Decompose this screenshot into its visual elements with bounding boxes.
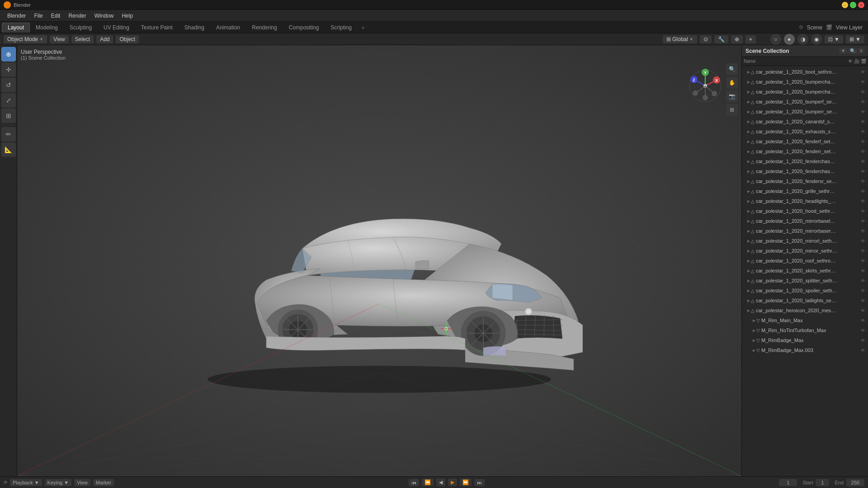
collection-item[interactable]: ▶△car_polestar_1_2020_bumperr_seta_mesh_…: [742, 107, 868, 117]
playback-menu-button[interactable]: Playback ▼: [10, 479, 42, 486]
cursor-tool-button[interactable]: ⊕: [1, 47, 16, 61]
tab-compositing[interactable]: Compositing: [283, 23, 325, 33]
transform-pivot-button[interactable]: ⊕: [731, 35, 743, 43]
minimize-button[interactable]: −: [842, 2, 848, 8]
visibility-eye-icon[interactable]: 👁: [861, 229, 865, 234]
tab-uv-editing[interactable]: UV Editing: [98, 23, 135, 33]
visibility-eye-icon[interactable]: 👁: [861, 89, 865, 94]
material-shading-button[interactable]: ◑: [797, 34, 808, 45]
play-reverse-button[interactable]: ◀: [436, 479, 445, 486]
visibility-eye-icon[interactable]: 👁: [861, 99, 865, 104]
global-transform-button[interactable]: ⊞ Global ▼: [663, 35, 697, 43]
collection-item[interactable]: ▶△car_polestar_1_2020_exhausts_sethro_me…: [742, 127, 868, 136]
visibility-eye-icon[interactable]: 👁: [861, 129, 865, 134]
proportional-edit-button[interactable]: ⊙: [700, 35, 712, 43]
visibility-eye-icon[interactable]: 👁: [861, 318, 865, 323]
collection-item[interactable]: ▶△car_polestar_1_2020_grille_sethro_mesh…: [742, 186, 868, 196]
viewport-canvas[interactable]: User Perspective (1) Scene Collection: [17, 45, 741, 476]
visibility-eye-icon[interactable]: 👁: [861, 179, 865, 184]
viewport[interactable]: User Perspective (1) Scene Collection: [17, 45, 741, 476]
current-frame-field[interactable]: 1: [779, 479, 797, 486]
visibility-eye-icon[interactable]: 👁: [861, 70, 865, 75]
collection-item[interactable]: ▶△car_polestar_1_2020_roof_sethro_mesh_l…: [742, 256, 868, 266]
close-button[interactable]: ×: [858, 2, 864, 8]
menu-help[interactable]: Help: [118, 12, 137, 20]
visibility-eye-icon[interactable]: 👁: [861, 328, 865, 333]
visibility-eye-icon[interactable]: 👁: [861, 298, 865, 303]
collection-item[interactable]: ▶▽M_Rim_NoTintTurbofan_Max👁: [742, 325, 868, 335]
collection-item[interactable]: ▶△car_polestar_1_2020_fenderr_sethro_mes…: [742, 146, 868, 156]
visibility-eye-icon[interactable]: 👁: [861, 209, 865, 214]
filter-button[interactable]: ▼: [839, 48, 847, 54]
collection-item[interactable]: ▶△car_polestar_1_2020_bumperchassissf_se…: [742, 77, 868, 87]
overlay-button[interactable]: ⊡ ▼: [825, 35, 843, 43]
collection-item[interactable]: ▶△car_polestar_1_2020_fenderchassisr_set…: [742, 166, 868, 176]
tab-layout[interactable]: Layout: [2, 23, 30, 33]
jump-end-button[interactable]: ⏭: [474, 479, 485, 486]
visibility-eye-icon[interactable]: 👁: [861, 189, 865, 194]
collection-item[interactable]: ▶△car_polestar_heroicon_2020_mesh_lod0👁: [742, 305, 868, 315]
marker-menu-button[interactable]: Marker: [93, 479, 114, 486]
visibility-eye-icon[interactable]: 👁: [861, 258, 865, 263]
tab-modeling[interactable]: Modeling: [30, 23, 64, 33]
step-forward-button[interactable]: ⏩: [460, 479, 472, 486]
visibility-eye-icon[interactable]: 👁: [861, 278, 865, 283]
collection-item[interactable]: ▶△car_polestar_1_2020_canardsf_sethro_me…: [742, 117, 868, 127]
collection-item[interactable]: ▶△car_polestar_1_2020_fendersr_sethro_me…: [742, 176, 868, 186]
step-back-button[interactable]: ⏪: [422, 479, 434, 486]
object-menu-button[interactable]: Object: [116, 35, 139, 43]
menu-render[interactable]: Render: [65, 12, 90, 20]
collection-item[interactable]: ▶△car_polestar_1_2020_splitter_sethro_me…: [742, 276, 868, 286]
tab-texture-paint[interactable]: Texture Paint: [135, 23, 179, 33]
collection-item[interactable]: ▶△car_polestar_1_2020_boot_sethro_mesh_l…: [742, 67, 868, 77]
collection-item[interactable]: ▶△car_polestar_1_2020_taillights_seta_me…: [742, 296, 868, 305]
visibility-eye-icon[interactable]: 👁: [861, 268, 865, 273]
add-workspace-button[interactable]: +: [358, 23, 368, 33]
keying-menu-button[interactable]: Keying ▼: [45, 479, 72, 486]
tab-animation[interactable]: Animation: [210, 23, 246, 33]
gizmo-button[interactable]: ⊞ ▼: [846, 35, 864, 43]
collection-item[interactable]: ▶▽M_RimBadge_Max👁: [742, 335, 868, 345]
snap-toggle-button[interactable]: ⌖: [745, 35, 756, 43]
rendered-shading-button[interactable]: ◉: [811, 34, 822, 45]
visibility-eye-icon[interactable]: 👁: [861, 348, 865, 353]
collection-item[interactable]: ▶△car_polestar_1_2020_bumperf_sethro_mes…: [742, 97, 868, 107]
visibility-eye-icon[interactable]: 👁: [861, 80, 865, 84]
collection-item[interactable]: ▶△car_polestar_1_2020_mirrorbasel_sethro…: [742, 216, 868, 226]
snap-button[interactable]: 🔧: [714, 35, 728, 43]
collection-item[interactable]: ▶△car_polestar_1_2020_spoiler_sethro_mes…: [742, 286, 868, 296]
move-tool-button[interactable]: ✛: [1, 62, 16, 77]
measure-tool-button[interactable]: 📐: [1, 142, 16, 157]
visibility-eye-icon[interactable]: 👁: [861, 119, 865, 124]
visibility-eye-icon[interactable]: 👁: [861, 308, 865, 313]
start-frame-field[interactable]: 1: [816, 479, 829, 486]
render-region-button[interactable]: ⊞: [726, 104, 738, 116]
collection-item[interactable]: ▶△car_polestar_1_2020_mirrorbaser_sethro…: [742, 226, 868, 236]
collection-item[interactable]: ▶△car_polestar_1_2020_skirts_sethro_mesh…: [742, 266, 868, 276]
add-menu-button[interactable]: Add: [96, 35, 113, 43]
view-menu-button[interactable]: View: [50, 35, 69, 43]
add-collection-button[interactable]: +: [858, 48, 864, 54]
rotate-tool-button[interactable]: ↺: [1, 78, 16, 92]
collection-item[interactable]: ▶△car_polestar_1_2020_headlights_seta_me…: [742, 196, 868, 206]
tab-scripting[interactable]: Scripting: [325, 23, 358, 33]
visibility-eye-icon[interactable]: 👁: [861, 149, 865, 154]
collection-item[interactable]: ▶△car_polestar_1_2020_hood_sethro_mesh_l…: [742, 206, 868, 216]
collection-item[interactable]: ▶△car_polestar_1_2020_mirrorl_sethro_mes…: [742, 236, 868, 246]
visibility-eye-icon[interactable]: 👁: [861, 199, 865, 204]
select-menu-button[interactable]: Select: [71, 35, 94, 43]
visibility-eye-icon[interactable]: 👁: [861, 139, 865, 144]
menu-blender[interactable]: Blender: [4, 12, 29, 20]
tab-rendering[interactable]: Rendering: [246, 23, 283, 33]
visibility-eye-icon[interactable]: 👁: [861, 288, 865, 293]
collection-item[interactable]: ▶△car_polestar_1_2020_bumperchassisr_set…: [742, 87, 868, 97]
play-button[interactable]: ▶: [448, 479, 457, 486]
menu-edit[interactable]: Edit: [47, 12, 64, 20]
tab-sculpting[interactable]: Sculpting: [64, 23, 98, 33]
wireframe-shading-button[interactable]: ○: [770, 34, 781, 45]
collection-item[interactable]: ▶△car_polestar_1_2020_fenderf_sethro_mes…: [742, 136, 868, 146]
menu-file[interactable]: File: [30, 12, 46, 20]
annotate-tool-button[interactable]: ✏: [1, 127, 16, 141]
collection-item[interactable]: ▶△car_polestar_1_2020_mirror_sethro_mesh…: [742, 246, 868, 256]
collection-item[interactable]: ▶△car_polestar_1_2020_fenderchassissf_se…: [742, 156, 868, 166]
